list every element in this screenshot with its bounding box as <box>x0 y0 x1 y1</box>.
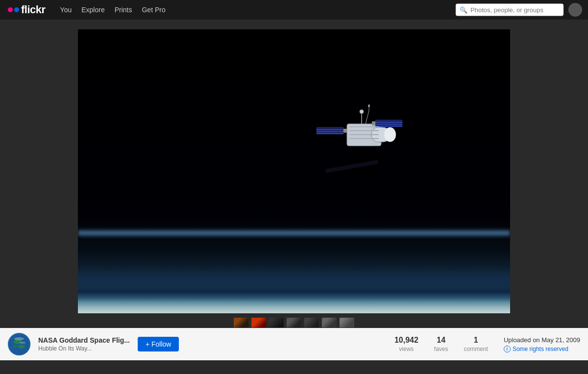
follow-button[interactable]: + Follow <box>138 337 179 351</box>
comments-label: comment <box>464 346 488 352</box>
upload-info: Uploaded on May 21, 2009 i Some rights r… <box>504 336 580 352</box>
faves-count: 14 <box>437 336 445 345</box>
search-input[interactable] <box>456 4 564 16</box>
svg-line-15 <box>366 111 369 124</box>
rights-label: Some rights reserved <box>513 346 568 352</box>
search-icon: 🔍 <box>460 6 467 14</box>
user-avatar[interactable] <box>8 333 30 355</box>
svg-point-27 <box>18 345 25 349</box>
thumbnail-7[interactable] <box>339 317 355 328</box>
svg-rect-6 <box>317 133 343 134</box>
user-info: NASA Goddard Space Flig... Hubble On Its… <box>38 336 130 352</box>
thumbnail-5[interactable] <box>304 317 319 328</box>
faves-stat: 14 faves <box>434 336 448 352</box>
info-icon: i <box>504 346 511 352</box>
user-subtitle: Hubble On Its Way... <box>38 345 130 352</box>
stats-group: 10,942 views 14 faves 1 comment <box>394 336 488 352</box>
nav-explore[interactable]: Explore <box>81 6 104 14</box>
user-avatar-image <box>8 333 30 355</box>
thumbnail-1[interactable] <box>233 317 249 328</box>
upload-date: Uploaded on May 21, 2009 <box>504 336 580 344</box>
nav-prints[interactable]: Prints <box>115 6 132 14</box>
svg-rect-12 <box>372 121 375 125</box>
svg-rect-5 <box>317 131 343 132</box>
thumbnail-2[interactable] <box>251 317 267 328</box>
svg-rect-22 <box>347 124 371 146</box>
comments-count: 1 <box>474 336 478 345</box>
user-name[interactable]: NASA Goddard Space Flig... <box>38 336 130 344</box>
search-bar-container: 🔍 <box>456 4 564 16</box>
earth-glow <box>78 206 510 313</box>
svg-rect-11 <box>375 126 402 127</box>
svg-rect-10 <box>375 124 402 125</box>
photo-hubble <box>78 29 510 313</box>
views-count: 10,942 <box>394 336 418 345</box>
comments-stat: 1 comment <box>464 336 488 352</box>
photo-container[interactable] <box>78 29 510 313</box>
flickr-logo[interactable]: flickr <box>8 3 46 16</box>
dot-pink-icon <box>8 7 13 12</box>
flickr-dots <box>8 7 19 12</box>
svg-marker-17 <box>368 104 370 107</box>
svg-point-28 <box>13 345 18 348</box>
user-avatar-nav[interactable] <box>568 3 582 17</box>
thumbnail-6[interactable] <box>321 317 337 328</box>
svg-point-31 <box>20 342 25 344</box>
atmosphere-line <box>78 229 510 237</box>
svg-point-14 <box>360 110 364 114</box>
thumbnail-3[interactable] <box>269 317 284 328</box>
hubble-telescope-icon <box>303 92 416 190</box>
dot-blue-icon <box>14 7 19 12</box>
navbar: flickr You Explore Prints Get Pro 🔍 <box>0 0 588 20</box>
faves-label: faves <box>434 346 448 352</box>
rights-link[interactable]: i Some rights reserved <box>504 346 580 352</box>
nav-get-pro[interactable]: Get Pro <box>142 6 165 14</box>
nav-you[interactable]: You <box>60 6 72 14</box>
views-label: views <box>399 346 414 352</box>
thumbnail-4[interactable] <box>286 317 302 328</box>
svg-point-30 <box>14 337 24 340</box>
svg-rect-9 <box>375 122 402 123</box>
main-content: NASA Goddard Space Flig... Hubble On Its… <box>0 20 588 360</box>
svg-rect-7 <box>343 129 347 133</box>
views-stat: 10,942 views <box>394 336 418 352</box>
svg-rect-4 <box>317 129 343 130</box>
svg-point-2 <box>384 127 396 142</box>
thumbnail-strip <box>233 317 355 328</box>
earth-icon <box>8 333 30 355</box>
svg-rect-3 <box>317 127 343 134</box>
svg-rect-8 <box>375 120 402 127</box>
info-bar: NASA Goddard Space Flig... Hubble On Its… <box>0 328 588 360</box>
flickr-wordmark: flickr <box>21 3 46 16</box>
